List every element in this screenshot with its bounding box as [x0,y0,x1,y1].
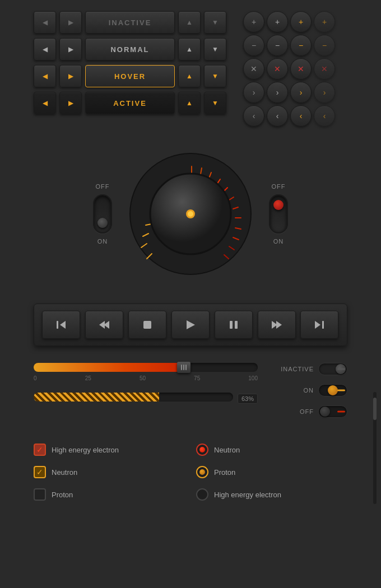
chevron-left-1[interactable]: ‹ [243,105,264,127]
slider-mark-50: 50 [140,375,146,381]
svg-rect-32 [235,321,238,329]
minus-icon-1[interactable]: − [243,35,264,56]
mini-toggle-on[interactable] [318,384,347,396]
skip-back-button[interactable] [42,311,80,339]
minus-icon-4[interactable]: − [314,35,335,56]
checkbox-1[interactable]: ✓ [34,444,46,456]
radio-label-3: High energy electron [214,491,281,499]
chevron-left-4[interactable]: ‹ [314,105,335,127]
checkbox-item-3: Proton [34,488,185,501]
radio-inner-1 [199,447,205,452]
slider-2-track[interactable] [34,393,233,402]
checkbox-label-1: High energy electron [52,446,119,454]
arrow-left-active[interactable]: ◀ [34,92,56,114]
state-label-hover[interactable]: HOVER [85,65,175,87]
arrow-left-normal[interactable]: ◀ [34,38,56,60]
arrow-left-hover[interactable]: ◀ [34,65,56,87]
chevron-right-3[interactable]: › [290,82,312,103]
arrow-right-active[interactable]: ▶ [59,92,82,114]
radio-item-3: High energy electron [196,488,347,501]
slider-1-track[interactable] [34,363,258,372]
mini-toggle-inactive-row: INACTIVE [275,363,347,375]
state-label-normal[interactable]: NORMAL [85,38,175,60]
icon-grid: + + + + − − − − ✕ ✕ ✕ ✕ › › › › ‹ ‹ ‹ ‹ [243,11,335,130]
x-icon-1[interactable]: ✕ [243,58,264,80]
svg-marker-36 [315,321,320,329]
arrow-up-inactive[interactable]: ▲ [178,11,201,34]
plus-icon-1[interactable]: + [243,11,264,32]
on-label: ON [304,387,314,394]
arrow-right-inactive[interactable]: ▶ [59,11,82,34]
mini-toggle-off[interactable] [318,405,347,418]
pause-button[interactable] [215,311,253,339]
radio-1[interactable] [196,444,208,456]
radio-label-1: Neutron [214,446,240,454]
arrow-down-hover[interactable]: ▼ [204,65,226,87]
arrow-left-inactive[interactable]: ◀ [34,11,56,34]
stop-button[interactable] [128,311,166,339]
chevron-right-2[interactable]: › [267,82,288,103]
skip-forward-button[interactable] [300,311,338,339]
minus-icon-3[interactable]: − [290,35,312,56]
media-player [34,304,347,346]
rewind-button[interactable] [85,311,123,339]
slider-1-marks: 0 25 50 75 100 [34,375,258,381]
x-icon-4[interactable]: ✕ [314,58,335,80]
arrow-right-normal[interactable]: ▶ [59,38,82,60]
left-toggle[interactable] [93,194,112,234]
left-toggle-on-label: ON [97,238,108,245]
mini-toggle-off-knob [320,407,330,417]
scrollbar[interactable] [373,392,377,504]
on-dash [337,390,345,391]
chevron-right-1[interactable]: › [243,82,264,103]
x-icon-3[interactable]: ✕ [290,58,312,80]
state-label-active[interactable]: ACTIVE [85,92,175,114]
radio-item-1: Neutron [196,444,347,456]
fast-forward-button[interactable] [258,311,296,339]
arrow-right-hover[interactable]: ▶ [59,65,82,87]
state-label-inactive[interactable]: INACTIVE [85,11,175,34]
right-toggle-on-label: ON [273,238,284,245]
handle-line-2 [183,365,184,370]
play-button[interactable] [171,311,210,339]
rotary-knob[interactable] [129,152,252,276]
x-icon-2[interactable]: ✕ [267,58,288,80]
chevron-left-2[interactable]: ‹ [267,105,288,127]
mini-toggle-inactive[interactable] [318,363,347,375]
left-toggle-knob [97,218,108,228]
checkbox-2[interactable]: ✓ [34,466,46,478]
arrow-up-normal[interactable]: ▲ [178,38,201,60]
plus-icon-4[interactable]: + [314,11,335,32]
svg-point-24 [188,211,193,217]
arrow-up-active[interactable]: ▲ [178,92,201,114]
checkbox-3[interactable] [34,488,46,501]
arrow-up-hover[interactable]: ▲ [178,65,201,87]
chevron-right-4[interactable]: › [314,82,335,103]
checkbox-label-2: Neutron [52,468,77,477]
radio-3[interactable] [196,488,208,501]
svg-rect-25 [57,321,58,329]
checkbox-label-3: Proton [52,491,73,499]
radio-label-2: Proton [214,468,235,477]
arrow-down-inactive[interactable]: ▼ [204,11,226,34]
radio-item-2: Proton [196,466,347,478]
slider-percent-badge: 63% [238,394,258,404]
right-toggle-wrap: OFF ON [269,183,288,245]
slider-1-fill [34,363,186,372]
scrollbar-thumb[interactable] [373,398,377,420]
slider-1-handle[interactable] [177,362,190,373]
svg-rect-35 [322,321,324,329]
minus-icon-2[interactable]: − [267,35,288,56]
off-label: OFF [300,408,314,415]
slider-mark-0: 0 [34,375,37,381]
radio-2[interactable] [196,466,208,478]
arrow-down-active[interactable]: ▼ [204,92,226,114]
slider-mark-100: 100 [248,375,258,381]
right-toggle[interactable] [269,194,288,234]
plus-icon-3[interactable]: + [290,11,312,32]
mini-toggles-section: INACTIVE ON [275,363,347,427]
arrow-down-normal[interactable]: ▼ [204,38,226,60]
mini-toggle-on-row: ON [275,384,347,396]
chevron-left-3[interactable]: ‹ [290,105,312,127]
plus-icon-2[interactable]: + [267,11,288,32]
